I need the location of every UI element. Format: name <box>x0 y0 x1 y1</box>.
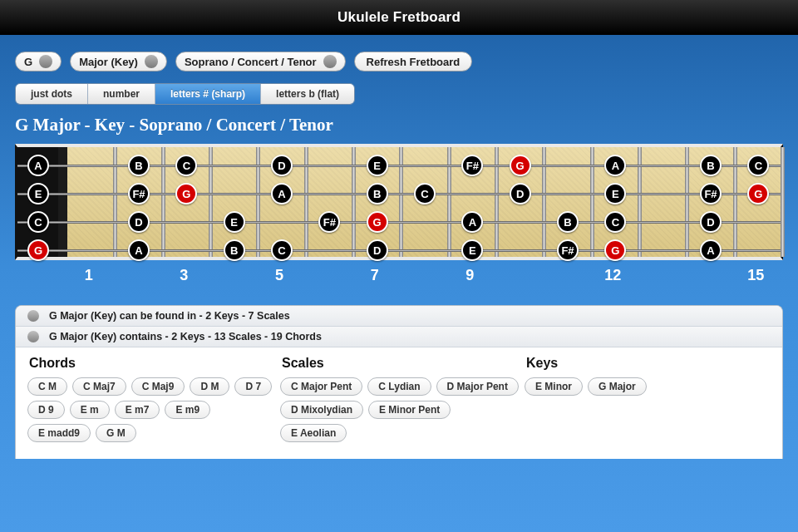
fret-wire <box>638 147 642 257</box>
refresh-button[interactable]: Refresh Fretboard <box>354 52 473 71</box>
note-marker[interactable]: F# <box>318 211 340 233</box>
note-marker[interactable]: A <box>27 155 49 176</box>
fret-number: 3 <box>180 267 188 284</box>
fret-wire <box>590 147 594 257</box>
note-marker[interactable]: D <box>510 183 531 204</box>
chord-chip[interactable]: E m9 <box>165 401 210 419</box>
dropdown-dot-icon <box>323 55 337 68</box>
note-marker[interactable]: C <box>271 239 293 261</box>
note-marker[interactable]: A <box>271 183 293 204</box>
chord-chip[interactable]: E m7 <box>115 401 160 419</box>
scale-chip[interactable]: D Major Pent <box>436 377 519 396</box>
note-marker[interactable]: B <box>700 155 722 176</box>
key-chip[interactable]: G Major <box>588 377 647 396</box>
chord-chip[interactable]: C M <box>27 377 67 396</box>
fret-wire <box>685 147 689 257</box>
chord-chip[interactable]: E madd9 <box>27 424 91 442</box>
chord-chip[interactable]: E m <box>70 401 110 419</box>
scale-chip[interactable]: D Mixolydian <box>280 401 363 419</box>
view-mode-segmented: just dotsnumberletters # (sharp)letters … <box>15 83 355 105</box>
note-marker[interactable]: A <box>461 211 483 233</box>
note-marker[interactable]: E <box>367 155 388 176</box>
relations-panel: G Major (Key) can be found in - 2 Keys -… <box>15 305 783 459</box>
note-marker[interactable]: E <box>224 211 245 233</box>
note-marker[interactable]: C <box>27 211 49 233</box>
note-marker[interactable]: F# <box>128 183 150 204</box>
chord-chip[interactable]: C Maj9 <box>131 377 185 396</box>
keys-column: Keys E MinorG Major <box>525 352 741 442</box>
fret-number: 9 <box>466 267 474 284</box>
contains-row[interactable]: G Major (Key) contains - 2 Keys - 13 Sca… <box>16 327 782 347</box>
page-title: Ukulele Fretboard <box>337 9 461 26</box>
note-marker[interactable]: G <box>27 239 49 261</box>
note-marker[interactable]: D <box>367 239 388 261</box>
note-marker[interactable]: G <box>510 155 531 176</box>
note-marker[interactable]: D <box>128 211 150 233</box>
fret-wire <box>399 147 403 257</box>
fret-wire <box>256 147 260 257</box>
scale-chip[interactable]: C Lydian <box>367 377 431 396</box>
note-marker[interactable]: B <box>367 183 388 204</box>
scale-chip[interactable]: E Minor Pent <box>368 401 451 419</box>
key-chip[interactable]: E Minor <box>525 377 583 396</box>
note-marker[interactable]: E <box>604 183 626 204</box>
note-marker[interactable]: G <box>747 183 769 204</box>
toolbar: G Major (Key) Soprano / Concert / Tenor … <box>0 35 798 80</box>
note-marker[interactable]: G <box>604 239 626 261</box>
note-marker[interactable]: A <box>700 239 722 261</box>
fretboard[interactable]: ABCDEF#GABCEF#GABCDEF#GCDEF#GABCDGABCDEF… <box>15 144 783 260</box>
note-marker[interactable]: F# <box>700 183 722 204</box>
chord-chip[interactable]: D 7 <box>234 377 272 396</box>
tuning-selector[interactable]: Soprano / Concert / Tenor <box>175 52 346 71</box>
tuning-label: Soprano / Concert / Tenor <box>185 56 317 68</box>
view-mode-option[interactable]: number <box>88 84 155 104</box>
note-marker[interactable]: E <box>27 183 49 204</box>
fret-wire <box>304 147 308 257</box>
fretboard-container: ABCDEF#GABCEF#GABCDEF#GCDEF#GABCDGABCDEF… <box>15 144 783 283</box>
chord-chip[interactable]: D M <box>190 377 229 396</box>
fret-number: 15 <box>747 267 764 284</box>
note-marker[interactable]: C <box>604 211 626 233</box>
chords-column: Chords C MC Maj7C Maj9D MD 7D 9E mE m7E … <box>27 352 277 442</box>
scale-chip[interactable]: E Aeolian <box>280 424 347 442</box>
fret-wire <box>495 147 499 257</box>
note-marker[interactable]: B <box>224 239 245 261</box>
fret-wire <box>209 147 213 257</box>
chord-chip[interactable]: G M <box>96 424 136 442</box>
note-marker[interactable]: D <box>271 155 293 176</box>
note-marker[interactable]: C <box>414 183 436 204</box>
note-marker[interactable]: C <box>175 155 197 176</box>
note-marker[interactable]: F# <box>461 155 483 176</box>
dropdown-dot-icon <box>145 55 158 68</box>
fretboard-heading: G Major - Key - Soprano / Concert / Teno… <box>0 111 798 144</box>
nut <box>58 147 67 257</box>
note-marker[interactable]: B <box>557 211 579 233</box>
note-marker[interactable]: E <box>461 239 483 261</box>
note-marker[interactable]: G <box>367 211 388 233</box>
note-marker[interactable]: A <box>604 155 626 176</box>
note-marker[interactable]: C <box>747 155 769 176</box>
quality-selector[interactable]: Major (Key) <box>70 52 167 71</box>
root-note-selector[interactable]: G <box>15 52 62 71</box>
scales-column: Scales C Major PentC LydianD Major PentD… <box>280 352 521 442</box>
quality-label: Major (Key) <box>79 56 138 68</box>
note-marker[interactable]: D <box>700 211 722 233</box>
note-marker[interactable]: A <box>128 239 150 261</box>
view-mode-option[interactable]: letters b (flat) <box>261 84 354 104</box>
scale-chip[interactable]: C Major Pent <box>280 377 362 396</box>
fret-wire <box>352 147 356 257</box>
view-mode-option[interactable]: just dots <box>16 84 88 104</box>
note-marker[interactable]: G <box>175 183 197 204</box>
row-dot-icon <box>27 310 39 322</box>
root-note-label: G <box>24 56 32 68</box>
note-marker[interactable]: F# <box>557 239 579 261</box>
contains-text: G Major (Key) contains - 2 Keys - 13 Sca… <box>49 331 322 342</box>
fret-numbers: 135791215 <box>15 260 783 283</box>
fret-wire <box>113 147 117 257</box>
chord-chip[interactable]: C Maj7 <box>72 377 126 396</box>
note-marker[interactable]: B <box>128 155 150 176</box>
fret-number: 5 <box>275 267 283 284</box>
chord-chip[interactable]: D 9 <box>27 401 65 419</box>
view-mode-option[interactable]: letters # (sharp) <box>155 84 261 104</box>
found-in-row[interactable]: G Major (Key) can be found in - 2 Keys -… <box>16 306 782 327</box>
